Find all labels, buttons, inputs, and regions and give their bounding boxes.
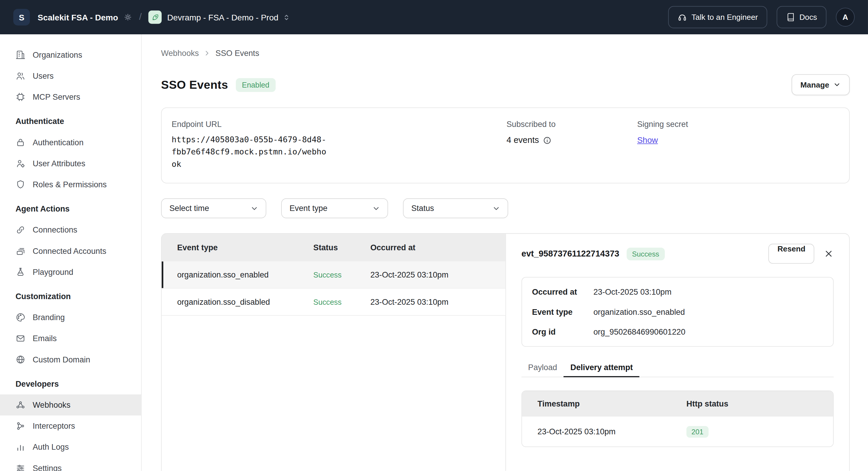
environment-tile	[148, 11, 162, 24]
sidebar-item-label: Authentication	[33, 138, 83, 147]
column-header-http-status: Http status	[686, 400, 833, 408]
talk-to-engineer-button[interactable]: Talk to an Engineer	[668, 6, 767, 28]
book-icon	[786, 13, 795, 22]
chevron-down-icon	[492, 204, 500, 212]
cell-occurred-at: 23-Oct-2025 03:10pm	[370, 298, 505, 306]
events-table: Event type Status Occurred at organizati…	[162, 234, 506, 471]
sidebar-section-agent-actions: Agent Actions	[0, 198, 141, 219]
org-name: Scalekit FSA - Demo	[37, 12, 118, 22]
events-split-card: Event type Status Occurred at organizati…	[161, 233, 850, 471]
sidebar-item-roles-permissions[interactable]: Roles & Permissions	[0, 174, 141, 195]
org-settings-button[interactable]	[124, 13, 132, 22]
cell-occurred-at: 23-Oct-2025 03:10pm	[370, 270, 505, 279]
sidebar-item-label: Connections	[33, 226, 77, 234]
sidebar-item-users[interactable]: Users	[0, 65, 141, 86]
table-row[interactable]: organization.sso_enabled Success 23-Oct-…	[162, 262, 505, 289]
signing-secret-label: Signing secret	[637, 120, 839, 128]
detail-tabs: Payload Delivery attempt	[522, 358, 834, 378]
sidebar-item-label: User Attributes	[33, 159, 85, 168]
shield-icon	[16, 180, 25, 189]
sidebar-item-settings[interactable]: Settings	[0, 458, 141, 471]
column-header-occurred-at: Occurred at	[370, 243, 505, 252]
status-filter-select[interactable]: Status	[403, 199, 508, 218]
docs-button[interactable]: Docs	[777, 6, 826, 28]
sidebar-item-branding[interactable]: Branding	[0, 307, 141, 328]
sidebar-item-label: Organizations	[33, 50, 82, 59]
scalekit-logo: S	[13, 9, 30, 25]
headset-icon	[678, 12, 687, 22]
status-filter-value: Status	[411, 204, 434, 213]
tab-payload[interactable]: Payload	[522, 358, 564, 377]
cell-event-type: organization.sso_enabled	[162, 270, 313, 279]
topbar: S Scalekit FSA - Demo / Devramp - FSA - …	[0, 0, 868, 34]
sidebar-item-organizations[interactable]: Organizations	[0, 45, 141, 65]
subscribed-info[interactable]	[543, 136, 551, 144]
cell-status: Success	[313, 298, 370, 306]
manage-button[interactable]: Manage	[792, 74, 850, 95]
close-icon	[824, 249, 834, 259]
cell-http-status: 201	[686, 426, 833, 437]
field-label: Org id	[532, 327, 593, 336]
sidebar-item-emails[interactable]: Emails	[0, 328, 141, 349]
sidebar-item-label: Custom Domain	[33, 355, 90, 364]
connected-accounts-icon	[16, 246, 25, 256]
app-root: S Scalekit FSA - Demo / Devramp - FSA - …	[0, 0, 868, 471]
sidebar-item-user-attributes[interactable]: User Attributes	[0, 153, 141, 174]
user-avatar[interactable]: A	[836, 8, 855, 27]
interceptors-icon	[16, 421, 25, 431]
sidebar-item-playground[interactable]: Playground	[0, 262, 141, 283]
sidebar-item-authentication[interactable]: Authentication	[0, 132, 141, 153]
lock-icon	[16, 137, 25, 147]
time-filter-value: Select time	[169, 204, 209, 213]
field-label: Event type	[532, 308, 593, 317]
auth-logs-icon	[16, 442, 25, 452]
breadcrumb-webhooks[interactable]: Webhooks	[161, 49, 199, 58]
sidebar-item-label: Emails	[33, 334, 57, 343]
logo-letter: S	[19, 12, 25, 22]
sidebar-item-custom-domain[interactable]: Custom Domain	[0, 349, 141, 370]
sidebar-item-connections[interactable]: Connections	[0, 219, 141, 240]
tab-delivery-attempt[interactable]: Delivery attempt	[564, 358, 640, 377]
webhook-info-card: Endpoint URL https://405803a0-055b-4679-…	[161, 108, 850, 183]
sidebar-section-authenticate: Authenticate	[0, 111, 141, 131]
webhooks-icon	[16, 400, 25, 410]
close-detail-button[interactable]	[824, 249, 834, 259]
secret-column: Signing secret Show	[637, 120, 839, 170]
time-filter-select[interactable]: Select time	[161, 199, 267, 218]
column-header-status: Status	[313, 243, 370, 252]
sidebar-item-interceptors[interactable]: Interceptors	[0, 415, 141, 436]
rocket-icon	[151, 13, 159, 21]
breadcrumb-separator: /	[139, 11, 142, 23]
sidebar-item-label: Users	[33, 71, 54, 81]
environment-switcher[interactable]	[282, 13, 290, 21]
sidebar-item-webhooks[interactable]: Webhooks	[0, 394, 141, 415]
connections-icon	[16, 225, 25, 235]
resend-button[interactable]: Resend	[769, 244, 814, 264]
sidebar-item-label: Settings	[33, 464, 61, 471]
mcp-servers-icon	[16, 92, 25, 102]
sidebar-item-connected-accounts[interactable]: Connected Accounts	[0, 240, 141, 262]
event-detail-panel: evt_95873761122714373 Success Resend Occ…	[506, 234, 849, 471]
main-content: Webhooks SSO Events SSO Events Enabled M…	[142, 34, 868, 471]
event-type-filter-select[interactable]: Event type	[281, 199, 388, 218]
table-row[interactable]: organization.sso_disabled Success 23-Oct…	[162, 289, 505, 316]
chevron-down-icon	[250, 204, 258, 212]
field-row: Org id org_95026846990601220	[522, 322, 833, 342]
chevron-down-icon	[833, 81, 841, 88]
sidebar-item-mcp-servers[interactable]: MCP Servers	[0, 86, 141, 108]
sidebar: Organizations Users MCP Servers Authenti…	[0, 34, 142, 471]
show-secret-link[interactable]: Show	[637, 135, 658, 145]
docs-label: Docs	[799, 13, 817, 22]
cell-status: Success	[313, 271, 370, 279]
sidebar-item-label: MCP Servers	[33, 93, 80, 101]
subscribed-value: 4 events	[506, 135, 539, 145]
branding-icon	[16, 313, 25, 322]
table-row: 23-Oct-2025 03:10pm 201	[522, 417, 833, 447]
status-badge: Success	[626, 247, 664, 260]
sidebar-item-auth-logs[interactable]: Auth Logs	[0, 436, 141, 458]
enabled-badge: Enabled	[236, 78, 276, 92]
sidebar-item-label: Branding	[33, 313, 65, 322]
field-value: organization.sso_enabled	[593, 308, 685, 317]
event-id: evt_95873761122714373	[522, 249, 619, 259]
playground-icon	[16, 267, 25, 277]
